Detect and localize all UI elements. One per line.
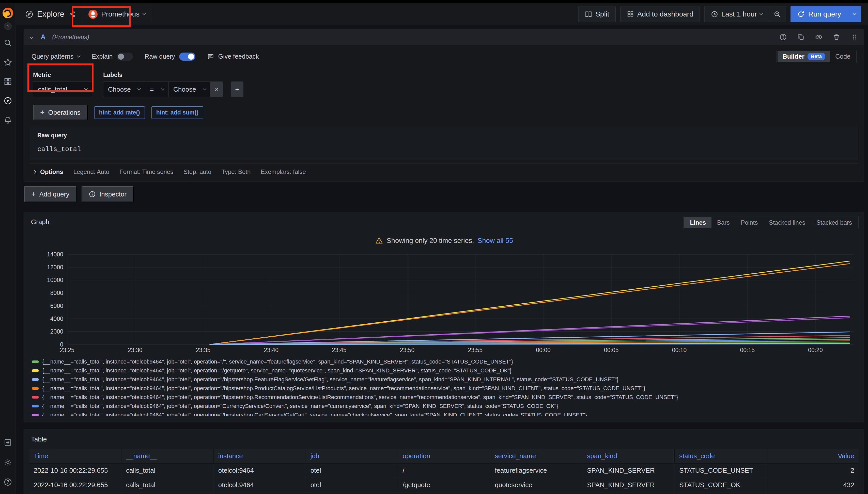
table-column-header-status_code[interactable]: status_code (675, 449, 767, 463)
remove-query-trash-icon[interactable] (833, 33, 840, 41)
legend-item[interactable]: {__name__="calls_total", instance="otelc… (32, 357, 864, 366)
legend-item[interactable]: {__name__="calls_total", instance="otelc… (32, 366, 864, 375)
graph-panel: Graph LinesBarsPointsStacked linesStacke… (24, 212, 864, 422)
time-series-chart[interactable]: 0200040006000800010000120001400023:2523:… (26, 249, 864, 356)
table-cell: STATUS_CODE_UNSET (675, 492, 767, 494)
table-cell: SPAN_KIND_INTERNAL (582, 492, 675, 494)
inspector-button[interactable]: Inspector (82, 186, 134, 202)
disable-query-eye-icon[interactable] (815, 33, 822, 41)
table-column-header-operation[interactable]: operation (398, 449, 490, 463)
explore-nav-icon[interactable] (3, 96, 12, 105)
legend-series-label: {__name__="calls_total", instance="otelc… (42, 394, 678, 401)
legend-series-color (32, 396, 39, 399)
settings-gear-icon[interactable] (3, 458, 12, 467)
add-operation-button[interactable]: + Operations (33, 105, 88, 120)
table-panel-title: Table (24, 429, 864, 443)
table-cell: 2022-10-16 00:22:29.655 (29, 492, 122, 494)
add-query-button[interactable]: + Add query (24, 186, 76, 202)
svg-text:23:55: 23:55 (468, 347, 483, 353)
help-icon[interactable] (3, 478, 12, 487)
query-row-header[interactable]: A (Prometheus) (24, 30, 864, 45)
time-range-picker[interactable]: Last 1 hour (704, 6, 769, 22)
svg-text:23:25: 23:25 (60, 347, 74, 353)
svg-text:6000: 6000 (50, 303, 63, 309)
show-all-series-link[interactable]: Show all 55 (478, 237, 513, 245)
hint-add-sum-button[interactable]: hint: add sum() (151, 106, 203, 119)
raw-query-toggle[interactable]: Raw query (145, 53, 195, 61)
starred-icon[interactable] (3, 58, 12, 66)
query-patterns-dropdown[interactable]: Query patterns (32, 53, 80, 60)
legend-item[interactable]: {__name__="calls_total", instance="otelc… (32, 411, 864, 416)
table-column-header-span_kind[interactable]: span_kind (582, 449, 675, 463)
label-value-select[interactable]: Choose (168, 81, 211, 97)
table-column-header-value[interactable]: Value (767, 449, 859, 463)
graph-mode-lines[interactable]: Lines (684, 217, 711, 228)
chevron-down-icon (759, 12, 763, 15)
table-cell: /getquote (398, 478, 490, 492)
grafana-logo[interactable] (2, 7, 13, 18)
metric-field: Metric calls_total (33, 71, 92, 97)
run-query-button[interactable]: Run query (791, 6, 861, 22)
graph-mode-bars[interactable]: Bars (711, 217, 735, 228)
options-collapse[interactable]: Options (33, 168, 63, 175)
table-cell: featureflagservice (490, 492, 582, 494)
give-feedback-link[interactable]: Give feedback (207, 53, 259, 60)
svg-text:10000: 10000 (47, 277, 63, 283)
builder-mode-tab[interactable]: Builder Beta (778, 51, 830, 62)
raw-query-switch[interactable] (179, 53, 195, 61)
query-help-icon[interactable] (779, 33, 787, 41)
prometheus-logo-icon (88, 10, 97, 19)
table-cell: calls_total (121, 478, 214, 492)
label-operator-select[interactable]: = (145, 81, 168, 97)
explain-toggle[interactable]: Explain (92, 53, 133, 61)
table-cell: otelcol:9464 (214, 478, 306, 492)
remove-label-button[interactable]: × (211, 81, 223, 97)
run-query-dropdown[interactable] (848, 6, 861, 22)
label-key-select[interactable]: Choose (103, 81, 145, 97)
sidebar-expand-button[interactable]: › (4, 22, 12, 30)
graph-mode-points[interactable]: Points (735, 217, 763, 228)
legend-item[interactable]: {__name__="calls_total", instance="otelc… (32, 393, 864, 402)
hint-add-rate-button[interactable]: hint: add rate() (94, 106, 145, 119)
chevron-right-icon (33, 170, 36, 174)
share-icon[interactable] (69, 11, 76, 18)
legend-series-label: {__name__="calls_total", instance="otelc… (42, 367, 511, 374)
dashboards-icon[interactable] (3, 77, 12, 86)
graph-mode-stacked-bars[interactable]: Stacked bars (811, 217, 857, 228)
graph-mode-tabs: LinesBarsPointsStacked linesStacked bars (683, 216, 858, 229)
zoom-out-time-button[interactable] (769, 6, 786, 22)
table-cell: SPAN_KIND_SERVER (582, 478, 675, 492)
option-legend: Legend: Auto (73, 168, 109, 175)
legend-series-color (32, 405, 39, 407)
main-area: Explore Prometheus Split Add to dashboar… (16, 3, 868, 494)
add-label-button[interactable]: + (231, 81, 243, 97)
drag-handle-icon[interactable] (850, 33, 858, 41)
table-column-header-__name__[interactable]: __name__ (121, 449, 214, 463)
svg-text:23:50: 23:50 (400, 347, 415, 353)
graph-mode-stacked-lines[interactable]: Stacked lines (763, 217, 811, 228)
metric-select[interactable]: calls_total (33, 81, 92, 97)
legend-item[interactable]: {__name__="calls_total", instance="otelc… (32, 375, 864, 384)
datasource-picker[interactable]: Prometheus (83, 6, 151, 22)
alerting-icon[interactable] (3, 116, 12, 125)
collapse-icon (30, 35, 33, 39)
table-cell: 432 (767, 478, 859, 492)
split-button[interactable]: Split (578, 6, 615, 22)
code-mode-tab[interactable]: Code (830, 51, 855, 62)
explain-switch[interactable] (116, 53, 133, 61)
table-column-header-job[interactable]: job (306, 449, 398, 463)
search-icon[interactable] (3, 39, 12, 47)
sign-in-icon[interactable] (3, 438, 12, 447)
table-cell: otelcol:9464 (214, 463, 306, 478)
legend-series-label: {__name__="calls_total", instance="otelc… (42, 376, 618, 383)
add-to-dashboard-button[interactable]: Add to dashboard (620, 6, 700, 22)
duplicate-query-icon[interactable] (797, 33, 805, 41)
legend-item[interactable]: {__name__="calls_total", instance="otelc… (32, 402, 864, 411)
legend-item[interactable]: {__name__="calls_total", instance="otelc… (32, 384, 864, 393)
table-column-header-time[interactable]: Time (29, 449, 122, 463)
app-root: › Explore (0, 3, 868, 494)
svg-text:4000: 4000 (50, 316, 63, 322)
table-cell: SPAN_KIND_SERVER (582, 463, 675, 478)
table-column-header-service_name[interactable]: service_name (490, 449, 582, 463)
table-column-header-instance[interactable]: instance (214, 449, 306, 463)
